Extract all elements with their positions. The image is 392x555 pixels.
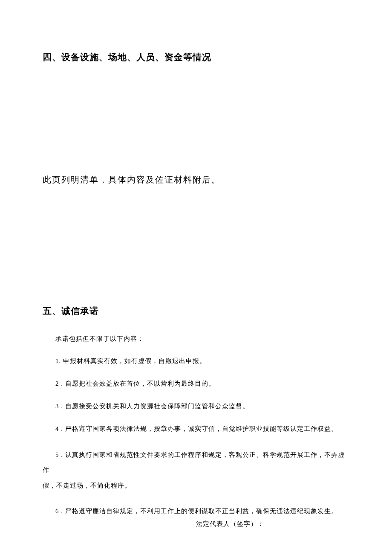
commitment-item-4: 4 . 严格遵守国家各项法律法规，按章办事，诚实守信，自觉维护职业技能等级认定工… bbox=[43, 424, 349, 433]
commitment-item-5: 5 . 认真执行国家和省规范性文件要求的工作程序和规定，客观公正、科学规范开展工… bbox=[43, 447, 349, 493]
section5-intro: 承诺包括但不限于以下内容： bbox=[43, 335, 349, 343]
section4-note: 此页列明清单，具体内容及佐证材料附后。 bbox=[43, 174, 349, 186]
commitment-item-6: 6 . 严格遵守廉洁自律规定，不利用工作上的便利谋取不正当利益，确保无违法违纪现… bbox=[43, 507, 349, 516]
section5-heading: 五、诚信承诺 bbox=[43, 305, 349, 317]
signature-line: 法定代表人（签字）： bbox=[43, 520, 349, 528]
commitment-item-3: 3 . 自愿接受公安机关和人力资源社会保障部门监管和公众监督。 bbox=[43, 402, 349, 411]
commitment-item-1: 1. 申报材料真实有效，如有虚假，自愿退出申报。 bbox=[43, 357, 349, 366]
section5: 五、诚信承诺 承诺包括但不限于以下内容： 1. 申报材料真实有效，如有虚假，自愿… bbox=[43, 305, 349, 528]
commitment-item-2: 2 . 自愿把社会效益放在首位，不以营利为最终目的。 bbox=[43, 379, 349, 388]
document-page: 四、设备设施、场地、人员、资金等情况 此页列明清单，具体内容及佐证材料附后。 五… bbox=[0, 0, 392, 555]
commitment-item-5-line1: 5 . 认真执行国家和省规范性文件要求的工作程序和规定，客观公正、科学规范开展工… bbox=[43, 447, 349, 478]
section4-heading: 四、设备设施、场地、人员、资金等情况 bbox=[43, 51, 349, 63]
commitment-item-5-line2: 假，不走过场，不简化程序。 bbox=[43, 478, 349, 493]
